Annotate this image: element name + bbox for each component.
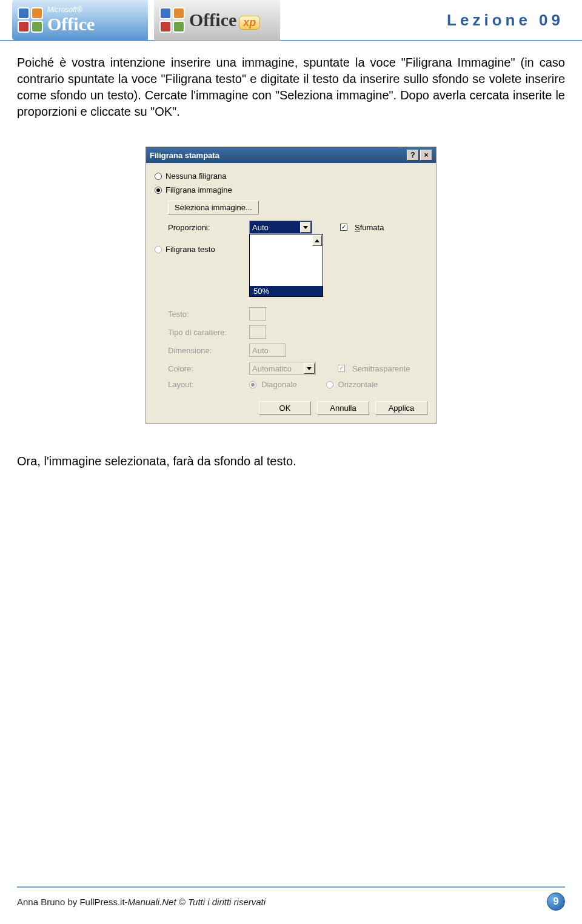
footer-rights: Manuali.Net © Tutti i diritti riservati (128, 897, 266, 907)
text-input (249, 307, 266, 321)
font-combo (249, 325, 266, 339)
ms-office-logo-left: Microsoft® Office (12, 0, 148, 41)
option-image-watermark[interactable]: Filigrana immagine (155, 183, 427, 197)
select-image-button[interactable]: Seleziona immagine... (168, 201, 259, 214)
radio-icon (326, 381, 333, 388)
office-word-dark: Office (189, 10, 236, 30)
lesson-title: Lezione 09 (447, 11, 564, 30)
apply-button[interactable]: Applica (375, 401, 427, 415)
paragraph-1: Poiché è vostra intenzione inserire una … (17, 55, 565, 120)
semitransparent-checkbox (338, 365, 345, 372)
color-label: Colore: (168, 364, 244, 373)
dialog-title: Filigrana stampata (150, 151, 219, 160)
office-word: Office (47, 14, 95, 35)
size-combo: Auto (249, 344, 286, 357)
paragraph-after: Ora, l'immagine selezionata, farà da sfo… (0, 454, 582, 468)
list-item[interactable]: 500% (250, 245, 323, 255)
close-button[interactable]: × (420, 150, 432, 161)
semitransparent-label: Semitrasparente (352, 364, 410, 373)
option-label: Nessuna filigrana (166, 171, 226, 181)
option-no-watermark[interactable]: Nessuna filigrana (155, 169, 427, 183)
size-label: Dimensione: (168, 346, 244, 355)
dialog-titlebar[interactable]: Filigrana stampata ? × (146, 147, 436, 163)
dropdown-icon (304, 363, 315, 374)
list-item[interactable]: Auto (250, 234, 323, 245)
washout-label: Sfumata (355, 223, 384, 232)
font-label: Tipo di carattere: (168, 328, 244, 337)
dropdown-icon[interactable] (300, 222, 311, 233)
text-label: Testo: (168, 310, 244, 319)
proportions-label: Proporzioni: (168, 223, 244, 232)
page-footer: Anna Bruno by FullPress.it - Manuali.Net… (0, 886, 582, 911)
option-label: Filigrana testo (166, 245, 215, 254)
list-item[interactable]: 200% (250, 255, 323, 265)
layout-diagonal-label: Diagonale (261, 380, 297, 389)
office-puzzle-icon (159, 7, 186, 33)
xp-badge: xp (239, 16, 260, 30)
proportions-listbox[interactable]: Auto 500% 200% 150% 100% 50% (249, 234, 323, 297)
filigrana-dialog: Filigrana stampata ? × Nessuna filigrana… (146, 147, 436, 424)
page-number-badge: 9 (547, 892, 565, 911)
ok-button[interactable]: OK (259, 401, 311, 415)
radio-icon (155, 173, 162, 180)
list-item-selected[interactable]: 50% (250, 286, 323, 296)
help-button[interactable]: ? (407, 150, 419, 161)
content-area: Poiché è vostra intenzione inserire una … (0, 41, 582, 424)
layout-horizontal-label: Orizzontale (338, 380, 378, 389)
footer-author: Anna Bruno by FullPress.it (17, 897, 125, 907)
option-label: Filigrana immagine (166, 185, 232, 194)
logo-group: Microsoft® Office Office xp (0, 0, 280, 41)
radio-icon (249, 381, 256, 388)
layout-label: Layout: (168, 380, 244, 389)
radio-checked-icon (155, 187, 162, 194)
washout-checkbox[interactable] (340, 224, 347, 231)
list-item[interactable]: 150% (250, 265, 323, 276)
proportions-value: Auto (252, 223, 269, 232)
office-puzzle-icon (17, 7, 44, 33)
proportions-combo[interactable]: Auto Auto 500% 200% 150% 100% 50% (249, 221, 312, 234)
page-header: Microsoft® Office Office xp Lezione 09 (0, 0, 582, 41)
microsoft-caption: Microsoft® (47, 5, 95, 14)
color-combo: Automatico (249, 362, 316, 375)
radio-icon (155, 246, 162, 253)
list-item[interactable]: 100% (250, 276, 323, 286)
cancel-button[interactable]: Annulla (317, 401, 369, 415)
ms-office-logo-right: Office xp (154, 0, 280, 41)
scroll-up-icon[interactable] (312, 235, 322, 246)
